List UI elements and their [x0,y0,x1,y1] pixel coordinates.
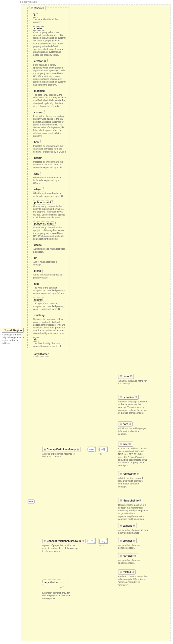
attribute-desc: The local identifier of the property. [33,18,66,24]
worldregion-desc: A concept or name only defining the worl… [2,333,25,345]
child-element-facet: facetIn NAR 1.8 and later, facet is depr… [118,442,148,467]
attribute-name: qcode [33,243,43,247]
attribute-name: why [33,172,40,176]
attribute-desc: The directionality of textual content (e… [33,342,66,348]
child-element-desc: Additional natural language information … [118,427,148,436]
attribute-desc: Indicates by which means the value was e… [33,161,66,169]
attribute-item: qcodeA qualified code which identifies a… [33,243,67,253]
attribute-desc: Specifies the language of this property … [33,318,66,335]
attribute-any-other: any ##other [33,352,50,356]
attributes-header: attributes [29,6,46,10]
attribute-item: idThe local identifier of the property. [33,13,67,24]
attribute-name: modified [33,89,46,93]
svg-point-28 [29,501,30,502]
attribute-name: howuri [33,156,44,160]
attribute-item: whyWhy the metadata has been included - … [33,172,67,185]
attribute-desc: Why the metadata has been included - exp… [33,176,66,185]
attribute-desc: The type of the concept assigned as cont… [33,287,66,295]
diagram-title: Flex1PropType [20,1,37,3]
attribute-desc: Indicates by which means the value was e… [33,145,66,153]
attribute-name: pubconstraint [33,200,53,204]
attribute-desc: If set to true the corresponding propert… [33,115,66,137]
child-element-desc: An identifier of a more generic concept. [118,544,148,550]
child-element-desc: An identifier of a more specific concept… [118,559,148,565]
attribute-item: dirThe directionality of textual content… [33,337,67,348]
svg-point-46 [104,542,105,543]
attribute-item: howuriIndicates by which means the value… [33,156,67,169]
any-other-cardinality: 0..∞ [60,586,77,588]
attribute-name: custom [33,110,45,114]
svg-point-42 [92,541,93,541]
attribute-desc: The type of the concept assigned as cont… [33,302,66,311]
svg-point-38 [104,451,105,451]
attribute-list: idThe local identifier of the property.c… [30,13,67,348]
svg-point-30 [32,501,33,502]
attribute-name: dir [33,337,39,342]
child-element-note: noteAdditional natural language informat… [118,421,148,436]
child-element-broader: broaderAn identifier of a more generic c… [118,538,148,549]
concept-definition-group-desc: A group of properties required to define… [42,453,80,458]
concept-relationships-group: ConceptRelationshipsGroup A group of pro… [42,539,85,553]
svg-point-40 [90,541,90,541]
attribute-item: creatorIf the property value is not defi… [33,26,67,56]
attribute-item: whyuriWhy the metadata has been included… [33,187,67,198]
attribute-desc: Why the metadata has been included - exp… [33,192,66,198]
attribute-item: customIf set to true the corresponding p… [33,110,67,137]
attribute-item: xml:langSpecifies the language of this p… [33,313,67,335]
attribute-desc: One or many constraints that apply to pu… [33,226,66,240]
attribute-name: creatoruri [33,59,48,63]
child-element-remoteInfo: remoteInfoA link to an item or a web res… [118,471,148,488]
svg-point-45 [104,541,105,541]
attribute-item: typeThe type of the concept assigned as … [33,282,67,295]
attribute-item: typeuriThe type of the concept assigned … [33,298,67,311]
attribute-name: typeuri [33,298,44,302]
attribute-desc: A qualified code which identifies a conc… [33,248,66,253]
child-element-sameAs: sameAsAn identifier of a concept with eq… [118,523,148,534]
svg-point-29 [31,501,31,502]
svg-point-34 [92,449,93,450]
svg-point-32 [90,449,90,450]
attribute-item: literalA free-text value assigned as pro… [33,269,67,279]
attribute-desc: A free-text value assigned as property v… [33,273,66,279]
attribute-desc: If the property value is not defined, sp… [33,31,66,56]
attribute-name: literal [33,269,42,273]
root-element: worldRegion A concept or name only defin… [2,328,25,345]
attribute-name: uri [33,256,39,260]
concept-relationships-group-desc: A group of properties required to indica… [42,544,80,553]
attribute-name: type [33,282,41,286]
any-other-element: any ##other 0..∞ Extension point for pro… [42,580,77,600]
child-element-desc: A link to an item or a web resource whic… [118,477,148,488]
attribute-desc: The date (and, optionally, the time) whe… [33,94,66,108]
attribute-item: pubconstraintOne or many constraints tha… [33,200,67,219]
crg-cardinality: 0..∞ [100,544,104,547]
attribute-desc: If the attribute is empty, specifies whi… [33,64,66,86]
attribute-item: modifiedThe date (and, optionally, the t… [33,89,67,108]
attribute-item: pubconstrainturiOne or many constraints … [33,222,67,240]
attribute-name: pubconstrainturi [33,222,56,226]
attribute-item: howIndicates by which means the value wa… [33,140,67,153]
child-element-narrower: narrowerAn identifier of a more specific… [118,553,148,564]
attribute-name: whyuri [33,187,44,191]
attribute-desc: One or many constraints that apply to pu… [33,205,66,219]
child-element-name: nameA natural language name for the conc… [118,374,148,385]
attribute-desc: A URI which identifies a concept. [33,261,66,266]
child-element-desc: A natural language name for the concept. [118,380,148,385]
child-element-desc: Represents the position of a concept in … [118,504,148,521]
child-element-hierarchyInfo: hierarchyInfoRepresents the position of … [118,498,148,521]
attribute-name: creator [33,26,44,31]
attribute-name: id [33,13,38,18]
cdg-cardinality: 0..∞ [100,453,104,455]
child-element-related: relatedA related concept, where the rela… [118,569,148,587]
attribute-item: creatoruriIf the attribute is empty, spe… [33,59,67,86]
main-sequence-compositor [27,499,35,504]
any-other-desc: Extension point for provider-defined pro… [42,592,77,600]
svg-point-44 [104,540,105,540]
crg-choice-compositor [99,539,107,544]
child-element-desc: An identifier of a concept with equivale… [118,529,148,535]
crg-sequence-compositor [88,539,95,544]
svg-point-36 [104,448,105,449]
child-element-desc: A related concept, where the relationshi… [118,575,148,587]
child-element-desc: A natural language definition of the sem… [118,400,148,414]
attributes-container: attributes idThe local identifier of the… [27,8,69,348]
svg-point-37 [104,449,105,450]
